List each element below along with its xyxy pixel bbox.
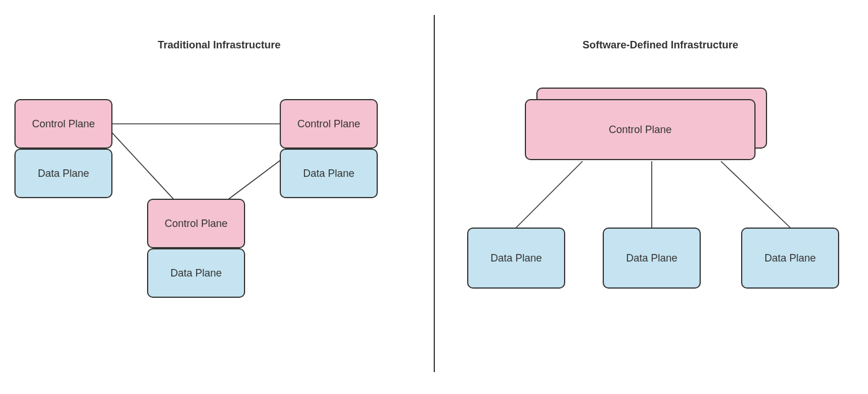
- svg-line-5: [721, 161, 790, 228]
- left-control-plane-2: Control Plane: [280, 99, 378, 149]
- left-control-plane-3: Control Plane: [147, 199, 245, 248]
- right-data-plane-2: Data Plane: [603, 228, 701, 289]
- right-data-plane-3: Data Plane: [741, 228, 839, 289]
- left-data-plane-3: Data Plane: [147, 248, 245, 298]
- right-control-plane: Control Plane: [525, 99, 756, 160]
- left-title: Traditional Infrastructure: [118, 39, 320, 51]
- left-data-plane-2: Data Plane: [280, 149, 378, 198]
- right-title: Software-Defined Infrastructure: [559, 39, 761, 51]
- right-data-plane-1: Data Plane: [467, 228, 565, 289]
- left-control-plane-1: Control Plane: [14, 99, 112, 149]
- svg-line-3: [516, 161, 583, 228]
- vertical-divider: [434, 15, 435, 372]
- left-data-plane-1: Data Plane: [14, 149, 112, 198]
